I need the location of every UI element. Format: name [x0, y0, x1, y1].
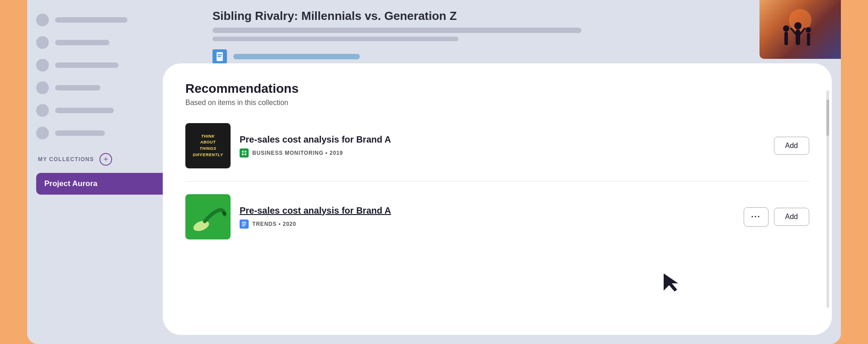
rec-divider — [185, 181, 809, 182]
rec-info-2: Pre-sales cost analysis for Brand A TREN… — [240, 205, 735, 229]
sidebar-avatar — [36, 127, 49, 139]
svg-rect-4 — [784, 32, 788, 45]
svg-rect-6 — [796, 29, 800, 45]
sidebar-list-item — [36, 14, 190, 26]
svg-rect-20 — [242, 222, 246, 223]
add-button-2[interactable]: Add — [774, 208, 809, 226]
content-icon-row — [212, 49, 827, 64]
rec-thumb-dark: THINK ABOUT THINGS DIFFERENTLY — [185, 123, 231, 168]
svg-rect-21 — [242, 224, 246, 225]
rec-thumb-green — [185, 194, 231, 239]
doc-icon — [212, 49, 227, 64]
sidebar-avatar — [36, 59, 49, 72]
add-collection-button[interactable]: + — [99, 153, 112, 166]
rec-meta-row-1: BUSINESS MONITORING • 2019 — [240, 148, 765, 158]
sidebar-avatar — [36, 36, 49, 49]
sidebar-line — [55, 17, 127, 23]
meta-icon-sheets — [240, 148, 249, 158]
recommendations-title: Recommendations — [185, 81, 809, 96]
rec-meta-text-1: BUSINESS MONITORING • 2019 — [252, 150, 343, 156]
sidebar-avatar — [36, 104, 49, 117]
article-thumbnail — [760, 0, 841, 59]
svg-point-5 — [783, 25, 789, 32]
svg-rect-2 — [217, 56, 221, 57]
svg-rect-16 — [245, 153, 246, 155]
sidebar-line — [55, 108, 114, 113]
rec-item-title-1[interactable]: Pre-sales cost analysis for Brand A — [240, 134, 765, 145]
rec-info-1: Pre-sales cost analysis for Brand A BUSI… — [240, 134, 765, 158]
sidebar-line — [55, 40, 109, 45]
meta-icon-docs — [240, 220, 249, 229]
svg-rect-8 — [807, 33, 810, 46]
sidebar-line — [55, 130, 105, 136]
subtitle-line-1 — [212, 28, 581, 33]
content-progress-bar — [233, 54, 360, 59]
recommendations-modal: Recommendations Based on items in this c… — [163, 63, 832, 335]
subtitle-line-2 — [212, 37, 458, 41]
svg-rect-22 — [242, 225, 245, 226]
recommendation-item-1: THINK ABOUT THINGS DIFFERENTLY Pre-sales… — [185, 123, 809, 168]
sidebar-line — [55, 62, 118, 68]
svg-rect-13 — [242, 151, 244, 153]
scrollbar-thumb[interactable] — [826, 100, 829, 136]
app-panel: MY COLLECTIONS + Project Aurora Sibling … — [27, 0, 841, 344]
thumb-text-think: THINK — [201, 134, 215, 139]
thumb-text-things: THINGS — [199, 146, 216, 152]
sidebar-list-item — [36, 36, 190, 49]
rec-thumbnail-2 — [185, 194, 231, 239]
add-button-1[interactable]: Add — [774, 137, 809, 155]
sidebar-avatar — [36, 81, 49, 94]
sidebar-line — [55, 85, 100, 91]
recommendations-subtitle: Based on items in this collection — [185, 99, 809, 107]
svg-rect-14 — [245, 151, 246, 153]
svg-rect-1 — [217, 54, 222, 55]
rec-meta-row-2: TRENDS • 2020 — [240, 220, 735, 229]
scrollbar-track — [826, 91, 829, 308]
rec-actions-1: Add — [774, 137, 809, 155]
thumb-text-about: ABOUT — [200, 140, 216, 145]
rec-actions-2: ··· Add — [744, 207, 809, 227]
svg-point-9 — [806, 27, 811, 33]
recommendation-item-2: Pre-sales cost analysis for Brand A TREN… — [185, 194, 809, 239]
rec-thumbnail-1: THINK ABOUT THINGS DIFFERENTLY — [185, 123, 231, 168]
rec-item-title-2[interactable]: Pre-sales cost analysis for Brand A — [240, 205, 735, 216]
cursor — [662, 272, 678, 294]
svg-rect-15 — [242, 153, 244, 155]
sidebar-avatar — [36, 14, 49, 26]
thumbnail-gradient — [760, 0, 841, 59]
rec-meta-text-2: TRENDS • 2020 — [252, 221, 296, 227]
svg-point-7 — [794, 22, 802, 29]
article-header: Sibling Rivalry: Millennials vs. Generat… — [212, 9, 827, 64]
svg-point-17 — [192, 219, 211, 233]
svg-marker-23 — [664, 273, 678, 291]
thumb-text-differently: DIFFERENTLY — [193, 153, 223, 158]
my-collections-label: MY COLLECTIONS — [38, 156, 94, 162]
more-options-button-2[interactable]: ··· — [744, 207, 769, 227]
article-title: Sibling Rivalry: Millennials vs. Generat… — [212, 9, 827, 23]
